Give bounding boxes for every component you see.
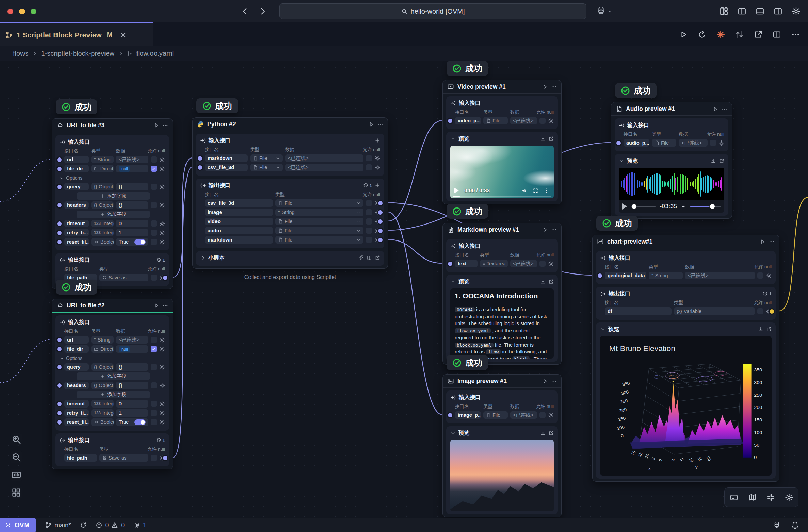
toggle-secondary-sidebar-icon[interactable] — [774, 7, 782, 16]
port-handle-audio_p...[interactable] — [615, 140, 622, 146]
node-run-icon[interactable] — [760, 239, 765, 245]
breadcrumb-item-file[interactable]: flow.oo.yaml — [136, 50, 174, 57]
port-handle-geological_data[interactable] — [597, 272, 603, 279]
command-center-search[interactable]: hello-world [OVM] — [279, 3, 586, 19]
node-url3[interactable]: URL to file #3输入接口接口名类型数据允许 nullurl"Stri… — [52, 118, 173, 289]
port-type-chip[interactable]: File — [483, 117, 508, 124]
port-type-chip[interactable]: Save as — [99, 454, 148, 462]
open-external-icon[interactable] — [766, 327, 772, 332]
compare-icon[interactable] — [735, 30, 744, 39]
port-type-chip[interactable]: {}Object — [91, 382, 114, 389]
open-external-icon[interactable] — [548, 279, 554, 284]
port-settings-gear-icon[interactable] — [159, 337, 165, 343]
port-settings-gear-icon[interactable] — [766, 273, 772, 279]
auto-layout-icon[interactable] — [10, 486, 22, 499]
port-type-chip[interactable]: {x}Variable — [674, 307, 755, 315]
forward-button[interactable] — [258, 7, 267, 16]
port-name-chip[interactable]: timeout — [64, 400, 89, 408]
download-icon[interactable] — [540, 430, 546, 436]
port-handle-retry_ti...[interactable] — [56, 230, 63, 236]
options-divider[interactable]: Options — [60, 355, 165, 362]
edge[interactable] — [173, 167, 192, 458]
port-value-chip[interactable]: <已连线> — [679, 139, 708, 147]
edge[interactable] — [0, 339, 52, 383]
dropdown-chevron-icon[interactable] — [356, 219, 361, 224]
collapse-all-icon[interactable] — [766, 493, 775, 502]
port-settings-gear-icon[interactable] — [159, 202, 165, 208]
port-value-chip[interactable]: 0 — [116, 400, 148, 408]
allow-null-checkbox[interactable] — [710, 140, 716, 146]
port-name-chip[interactable]: image_p... — [455, 411, 481, 419]
node-video1[interactable]: Video preview #1输入接口接口名类型数据允许 nullvideo_… — [442, 80, 562, 204]
fit-view-icon[interactable] — [10, 469, 22, 481]
dropdown-chevron-icon[interactable] — [356, 201, 361, 205]
video-progress-bar[interactable] — [453, 196, 551, 197]
port-settings-gear-icon[interactable] — [159, 364, 165, 370]
allow-null-checkbox[interactable] — [366, 218, 372, 225]
port-settings-gear-icon[interactable] — [159, 419, 165, 425]
node-audio1[interactable]: Audio preview #1输入接口接口名类型数据允许 nullaudio_… — [611, 102, 732, 219]
boolean-toggle[interactable] — [134, 239, 146, 245]
allow-null-checkbox[interactable] — [151, 184, 157, 190]
open-external-icon[interactable] — [548, 136, 554, 142]
node-more-icon[interactable] — [162, 303, 168, 309]
port-handle-query[interactable] — [56, 184, 63, 190]
port-type-chip[interactable]: Boolean — [91, 418, 114, 426]
node-run-icon[interactable] — [542, 84, 548, 90]
port-name-chip[interactable]: video_p... — [455, 117, 481, 124]
audio-play-icon[interactable] — [622, 203, 627, 210]
port-handle-video_p...[interactable] — [447, 118, 453, 124]
port-value-chip[interactable]: <已连线> — [510, 260, 537, 267]
export-icon[interactable] — [754, 30, 762, 39]
node-run-icon[interactable] — [153, 303, 159, 309]
flow-canvas[interactable]: URL to file #3输入接口接口名类型数据允许 nullurl"Stri… — [0, 61, 808, 518]
node-header[interactable]: URL to file #2 — [52, 299, 173, 313]
port-handle-query[interactable] — [56, 364, 63, 370]
port-type-chip[interactable]: File — [652, 139, 676, 147]
port-value-chip[interactable]: <已连线> — [116, 156, 148, 163]
customize-layout-icon[interactable] — [720, 7, 728, 16]
open-external-icon[interactable] — [375, 255, 380, 261]
port-name-chip[interactable]: file_dir — [64, 345, 89, 353]
port-value-chip[interactable]: {} — [116, 183, 148, 190]
audio-seek-slider[interactable] — [631, 206, 656, 207]
allow-null-checkbox[interactable] — [366, 228, 372, 234]
port-handle-video[interactable] — [377, 218, 384, 225]
port-name-chip[interactable]: file_dir — [64, 165, 89, 172]
port-settings-gear-icon[interactable] — [548, 118, 554, 124]
port-name-chip[interactable]: file_path — [64, 454, 97, 462]
node-header[interactable]: Audio preview #1 — [611, 102, 732, 116]
port-name-chip[interactable]: audio_p... — [624, 139, 649, 147]
download-icon[interactable] — [758, 327, 763, 332]
port-type-chip[interactable]: 123Integer — [91, 400, 114, 408]
node-run-icon[interactable] — [712, 106, 718, 112]
settings-gear-icon[interactable] — [792, 7, 801, 16]
port-type-chip[interactable]: File — [275, 236, 363, 244]
node-url2[interactable]: URL to file #2输入接口接口名类型数据允许 nullurl"Stri… — [52, 299, 173, 469]
add-port-icon[interactable] — [375, 138, 380, 143]
port-settings-gear-icon[interactable] — [374, 165, 380, 170]
port-settings-gear-icon[interactable] — [548, 261, 554, 267]
port-name-chip[interactable]: df — [605, 307, 672, 315]
port-value-chip[interactable]: <已连线> — [285, 164, 363, 171]
allow-null-checkbox[interactable] — [539, 412, 546, 418]
port-value-chip[interactable]: {} — [116, 382, 148, 389]
edge[interactable] — [173, 158, 192, 277]
port-handle-file_path[interactable] — [162, 275, 168, 281]
port-type-chip[interactable]: File — [275, 227, 363, 234]
port-handle-df[interactable] — [769, 308, 775, 315]
port-handle-markdown[interactable] — [377, 237, 384, 243]
node-more-icon[interactable] — [551, 227, 557, 233]
preview-header[interactable]: 预览 — [450, 277, 554, 286]
allow-null-checkbox[interactable] — [757, 308, 763, 314]
port-type-chip[interactable]: Boolean — [91, 238, 114, 246]
allow-null-checkbox[interactable] — [366, 200, 372, 206]
port-handle-text[interactable] — [447, 261, 453, 267]
tab-close-icon[interactable] — [119, 31, 127, 39]
port-value-chip[interactable]: <已连线> — [510, 411, 537, 419]
allow-null-checkbox[interactable] — [151, 382, 157, 388]
port-type-chip[interactable]: "String — [91, 156, 114, 163]
port-settings-gear-icon[interactable] — [159, 157, 165, 163]
port-handle-headers[interactable] — [56, 202, 63, 209]
volume-knob[interactable] — [710, 204, 715, 209]
